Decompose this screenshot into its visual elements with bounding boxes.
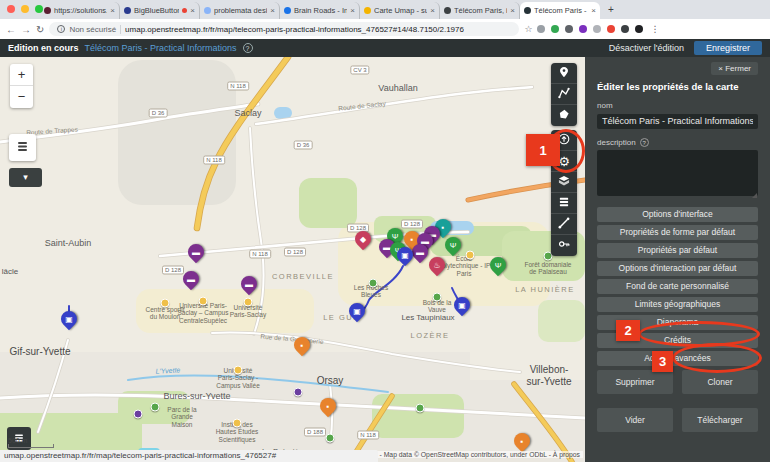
- browser-tab-t-l-com-paris-practica[interactable]: Télécom Paris - Practica×: [520, 2, 600, 19]
- map-marker-food[interactable]: ♨: [426, 254, 449, 277]
- panel-button-propri-t-s-de-forme-par-d-faut[interactable]: Propriétés de forme par défaut: [597, 225, 758, 240]
- address-bar[interactable]: i Non sécurisé umap.openstreetmap.fr/fr/…: [49, 22, 519, 36]
- road-badge-n-118: N 118: [357, 431, 379, 440]
- panel-button-fond-de-carte-personnalis[interactable]: Fond de carte personnalisé: [597, 279, 758, 294]
- map-marker-hotel[interactable]: ▬: [185, 241, 208, 264]
- poi-dot[interactable]: [151, 403, 160, 412]
- map-marker-transit[interactable]: ▣: [346, 300, 369, 323]
- map-name-input[interactable]: [597, 114, 758, 129]
- description-textarea[interactable]: [597, 150, 758, 196]
- map-canvas[interactable]: VauhallanSaclaySaint-AubinlâcleGif-sur-Y…: [0, 57, 585, 462]
- poi-dot[interactable]: [234, 366, 243, 375]
- url-text[interactable]: umap.openstreetmap.fr/fr/map/telecom-par…: [125, 25, 464, 34]
- description-help-icon[interactable]: ?: [640, 138, 649, 147]
- poi-dot[interactable]: [199, 297, 208, 306]
- panel-button-vider[interactable]: Vider: [597, 408, 673, 432]
- panel-button-t-l-charger[interactable]: Télécharger: [682, 408, 758, 432]
- draw-marker-button[interactable]: [551, 63, 577, 84]
- save-button[interactable]: Enregistrer: [694, 41, 762, 55]
- tab-close-icon[interactable]: ×: [110, 6, 115, 15]
- draw-polyline-button[interactable]: [551, 84, 577, 105]
- disable-edit-link[interactable]: Désactiver l'édition: [609, 43, 684, 53]
- map-marker-parking[interactable]: ▪: [511, 430, 534, 453]
- extension-icon-2[interactable]: [551, 25, 559, 33]
- extension-icon-3[interactable]: [565, 25, 573, 33]
- close-window-icon[interactable]: [7, 5, 15, 13]
- new-tab-button[interactable]: +: [604, 3, 618, 17]
- manage-layers-button[interactable]: [551, 193, 577, 214]
- tab-close-icon[interactable]: ×: [190, 6, 195, 15]
- poi-dot[interactable]: [466, 251, 475, 260]
- road-badge-d-188: D 188: [304, 428, 326, 437]
- tab-close-icon[interactable]: ×: [430, 6, 435, 15]
- map-marker-school[interactable]: ◆: [352, 228, 375, 251]
- extension-icon-1[interactable]: [537, 25, 545, 33]
- poi-dot[interactable]: [433, 293, 442, 302]
- browser-tab-brain-roads-interdiscip[interactable]: Brain Roads - Interdiscip×: [280, 2, 360, 19]
- back-icon[interactable]: ←: [6, 24, 16, 35]
- panel-button-propri-t-s-par-d-faut[interactable]: Propriétés par défaut: [597, 243, 758, 258]
- map-marker-restaurant[interactable]: Ψ: [487, 254, 510, 277]
- poi-dot[interactable]: [294, 388, 303, 397]
- tab-close-icon[interactable]: ×: [591, 6, 596, 15]
- poi-dot[interactable]: [134, 410, 143, 419]
- map-title-link[interactable]: Télécom Paris - Practical Informations: [85, 43, 237, 53]
- poi-dot[interactable]: [326, 434, 335, 443]
- extension-icon-4[interactable]: [579, 25, 587, 33]
- poi-dot[interactable]: [233, 419, 242, 428]
- tab-close-icon[interactable]: ×: [270, 6, 275, 15]
- bookmark-star-icon[interactable]: ☆: [524, 24, 532, 34]
- panel-button-options-d-interface[interactable]: Options d'interface: [597, 207, 758, 222]
- extension-icon-7[interactable]: [621, 25, 629, 33]
- more-controls-button[interactable]: ▾: [9, 168, 42, 187]
- scale-label: 500 m: [8, 437, 27, 444]
- zoom-out-button[interactable]: −: [10, 86, 33, 108]
- window-controls[interactable]: [7, 5, 43, 13]
- poi-dot[interactable]: [369, 279, 378, 288]
- map-marker-transit[interactable]: ▣: [394, 244, 417, 267]
- browser-tab-https-solutions-dial-on[interactable]: https://solutions.dial-on×: [40, 2, 120, 19]
- map-label-les-taupiniaux: Les Taupiniaux: [401, 313, 454, 322]
- browser-tab-bigbluebutton-sall[interactable]: BigBlueButton - Sall×: [120, 2, 200, 19]
- extension-icon-5[interactable]: [593, 25, 601, 33]
- tab-close-icon[interactable]: ×: [350, 6, 355, 15]
- map-marker-restaurant[interactable]: Ψ: [442, 234, 465, 257]
- panel-actions-grid: SupprimerClonerViderTélécharger: [597, 370, 758, 432]
- extension-icon-8[interactable]: [635, 25, 643, 33]
- zoom-in-button[interactable]: +: [10, 64, 33, 86]
- draw-polygon-button[interactable]: [551, 105, 577, 126]
- tab-title: Télécom Paris - Practica: [534, 6, 588, 15]
- permissions-button[interactable]: [551, 235, 577, 256]
- tab-favicon: [204, 7, 211, 14]
- panel-button-cloner[interactable]: Cloner: [682, 370, 758, 394]
- map-marker-parking[interactable]: ▪: [291, 334, 314, 357]
- forward-icon[interactable]: →: [21, 24, 31, 35]
- reload-icon[interactable]: ↻: [36, 24, 44, 35]
- map-marker-transit[interactable]: ▣: [58, 308, 81, 331]
- measure-button[interactable]: [551, 214, 577, 235]
- minimize-window-icon[interactable]: [21, 5, 29, 13]
- poi-dot[interactable]: [416, 404, 425, 413]
- map-label-loz-re: LOZÈRE: [410, 332, 449, 341]
- extension-icon-6[interactable]: [607, 25, 615, 33]
- map-marker-transit[interactable]: ▣: [451, 294, 474, 317]
- close-panel-button[interactable]: × Fermer: [711, 62, 758, 75]
- site-info-icon[interactable]: i: [57, 25, 65, 33]
- poi-dot[interactable]: [244, 298, 253, 307]
- map-marker-parking[interactable]: ▪: [317, 395, 340, 418]
- tab-close-icon[interactable]: ×: [510, 6, 515, 15]
- panel-button-supprimer[interactable]: Supprimer: [597, 370, 673, 394]
- panel-button-options-d-interaction-par-d-faut[interactable]: Options d'interaction par défaut: [597, 261, 758, 276]
- browser-tab-t-l-com-paris-innover-et[interactable]: Télécom Paris, innover et×: [440, 2, 520, 19]
- map-marker-hotel[interactable]: ▬: [238, 273, 261, 296]
- panel-button-limites-g-ographiques[interactable]: Limites géographiques: [597, 297, 758, 312]
- panel-button-actions-avanc-es[interactable]: Actions avancées: [597, 351, 758, 366]
- browser-menu-icon[interactable]: ⋮: [650, 24, 659, 34]
- map-marker-hotel[interactable]: ▬: [180, 268, 203, 291]
- change-tilelayer-button[interactable]: [551, 172, 577, 193]
- poi-dot[interactable]: [161, 299, 170, 308]
- layers-button[interactable]: [9, 134, 36, 161]
- browser-tab-problemata-design-rec[interactable]: problemata design - Rec×: [200, 2, 280, 19]
- help-icon[interactable]: ?: [243, 43, 253, 53]
- browser-tab-carte-umap-suite-ule[interactable]: Carte Umap - suite - ule×: [360, 2, 440, 19]
